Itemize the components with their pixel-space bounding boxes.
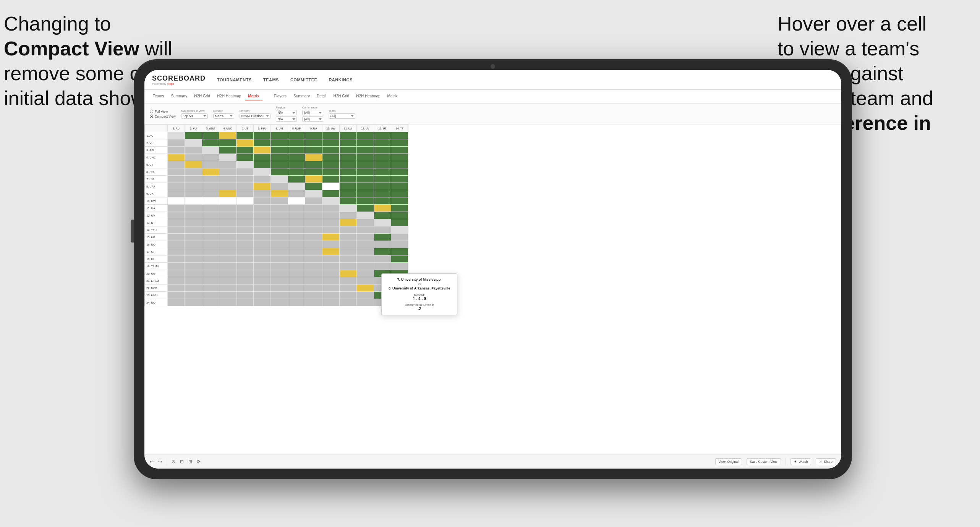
radio-compact-view-circle[interactable] [150,115,153,118]
cell-19-0[interactable] [168,270,185,277]
cell-12-10[interactable] [340,219,357,226]
cell-6-11[interactable] [357,176,374,183]
cell-12-4[interactable] [236,219,254,226]
tab-matrix[interactable]: Matrix [245,92,262,100]
cell-11-11[interactable] [357,212,374,219]
cell-21-1[interactable] [185,285,202,292]
cell-1-2[interactable] [202,139,219,147]
cell-3-0[interactable] [168,154,185,161]
refresh-icon[interactable]: ⟳ [197,459,201,464]
cell-10-0[interactable] [168,205,185,212]
cell-5-12[interactable] [374,168,391,176]
cell-5-3[interactable] [219,168,236,176]
cell-5-10[interactable] [340,168,357,176]
cell-2-13[interactable] [391,147,408,154]
cell-6-4[interactable] [236,176,254,183]
cell-14-4[interactable] [236,234,254,241]
cell-1-6[interactable] [271,139,288,147]
cell-9-1[interactable] [185,197,202,205]
cell-6-10[interactable] [340,176,357,183]
cell-15-5[interactable] [254,241,271,248]
cell-13-13[interactable] [391,226,408,234]
cell-10-11[interactable] [357,205,374,212]
tab-players[interactable]: Players [271,92,290,100]
tab-summary2[interactable]: Summary [290,92,313,100]
cell-4-6[interactable] [271,161,288,168]
cell-9-12[interactable] [374,197,391,205]
cell-17-7[interactable] [288,255,305,263]
team-select[interactable]: (All) [329,113,355,119]
cell-0-3[interactable] [219,132,236,139]
cell-23-7[interactable] [288,299,305,306]
cell-18-13[interactable] [391,263,408,270]
cell-23-10[interactable] [340,299,357,306]
watch-button[interactable]: 👁 Watch [790,458,812,465]
cell-1-3[interactable] [219,139,236,147]
cell-2-5[interactable] [254,147,271,154]
cell-1-13[interactable] [391,139,408,147]
cell-3-6[interactable] [271,154,288,161]
cell-21-8[interactable] [305,285,322,292]
cell-14-0[interactable] [168,234,185,241]
cell-6-12[interactable] [374,176,391,183]
cell-12-3[interactable] [219,219,236,226]
cell-5-2[interactable] [202,168,219,176]
nav-teams[interactable]: TEAMS [263,78,279,82]
cell-7-12[interactable] [374,183,391,190]
cell-7-5[interactable] [254,183,271,190]
cell-11-4[interactable] [236,212,254,219]
cell-9-5[interactable] [254,197,271,205]
cell-10-3[interactable] [219,205,236,212]
cell-16-6[interactable] [271,248,288,255]
add-icon[interactable]: ⊞ [188,459,192,464]
cell-11-10[interactable] [340,212,357,219]
cell-8-11[interactable] [357,190,374,197]
tab-matrix2[interactable]: Matrix [384,92,401,100]
cell-22-3[interactable] [219,292,236,299]
tab-h2h-heatmap2[interactable]: H2H Heatmap [353,92,383,100]
cell-12-8[interactable] [305,219,322,226]
cell-17-13[interactable] [391,255,408,263]
cell-1-11[interactable] [357,139,374,147]
cell-19-6[interactable] [271,270,288,277]
cell-13-4[interactable] [236,226,254,234]
cell-16-9[interactable] [322,248,340,255]
radio-full-view[interactable]: Full View [150,110,176,113]
cell-12-9[interactable] [322,219,340,226]
cell-3-2[interactable] [202,154,219,161]
cell-10-9[interactable] [322,205,340,212]
cell-23-3[interactable] [219,299,236,306]
cell-11-12[interactable] [374,212,391,219]
cell-0-7[interactable] [288,132,305,139]
cell-21-9[interactable] [322,285,340,292]
cell-11-2[interactable] [202,212,219,219]
cell-20-3[interactable] [219,277,236,285]
save-custom-button[interactable]: Save Custom View [747,458,781,465]
cell-9-2[interactable] [202,197,219,205]
cell-4-7[interactable] [288,161,305,168]
cell-12-0[interactable] [168,219,185,226]
cell-2-3[interactable] [219,147,236,154]
cell-19-2[interactable] [202,270,219,277]
cell-16-11[interactable] [357,248,374,255]
cell-20-11[interactable] [357,277,374,285]
cell-17-5[interactable] [254,255,271,263]
cell-21-5[interactable] [254,285,271,292]
cell-6-3[interactable] [219,176,236,183]
cell-7-8[interactable] [305,183,322,190]
cell-18-1[interactable] [185,263,202,270]
cell-7-11[interactable] [357,183,374,190]
cell-13-5[interactable] [254,226,271,234]
cell-5-5[interactable] [254,168,271,176]
cell-2-6[interactable] [271,147,288,154]
cell-15-0[interactable] [168,241,185,248]
cell-20-6[interactable] [271,277,288,285]
cell-0-11[interactable] [357,132,374,139]
cell-22-0[interactable] [168,292,185,299]
cell-9-6[interactable] [271,197,288,205]
cell-16-1[interactable] [185,248,202,255]
cell-4-0[interactable] [168,161,185,168]
cell-4-3[interactable] [219,161,236,168]
cell-18-12[interactable] [374,263,391,270]
cell-17-2[interactable] [202,255,219,263]
